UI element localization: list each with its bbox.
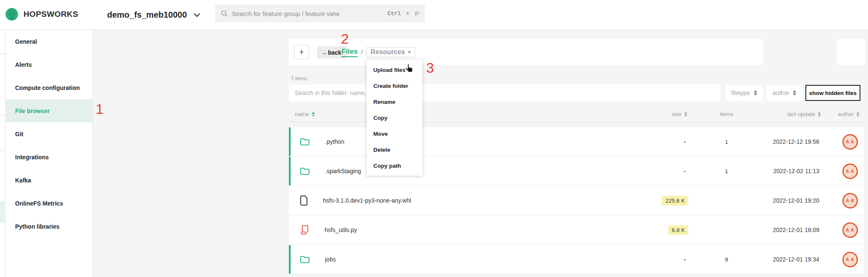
breadcrumb-files-link[interactable]: Files bbox=[341, 47, 358, 57]
annotation-2: 2 bbox=[341, 32, 349, 46]
filetype-filter-label: filetype bbox=[731, 90, 750, 96]
file-name: hsfs_utils.py bbox=[325, 227, 357, 233]
shortcut-hint: Ctrl + P bbox=[388, 9, 419, 18]
last-update: 2022-12-01 19:20 bbox=[755, 197, 822, 204]
file-name: .sparkStaging bbox=[325, 168, 361, 174]
file-browser-screen: HOPSWORKS demo_fs_meb10000 Search for fe… bbox=[0, 0, 868, 277]
author-filter-label: author bbox=[773, 90, 789, 96]
strip-divider bbox=[0, 53, 5, 54]
sidebar-item-integrations[interactable]: Integrations bbox=[6, 145, 92, 169]
file-size-highlighted: 6.8 K bbox=[668, 225, 688, 235]
menu-item-copy-path[interactable]: Copy path bbox=[367, 158, 422, 174]
sort-icon-last-update[interactable] bbox=[818, 112, 821, 117]
file-size: - bbox=[684, 138, 688, 145]
author-avatar[interactable]: A A bbox=[842, 134, 858, 150]
sort-icon-size[interactable] bbox=[684, 112, 687, 117]
sidebar-item-git[interactable]: Git bbox=[6, 122, 92, 145]
annotation-1: 1 bbox=[96, 102, 103, 116]
last-update: 2022-12-01 19:34 bbox=[755, 256, 822, 263]
menu-item-create-folder[interactable]: Create folder bbox=[367, 78, 422, 94]
folder-icon bbox=[300, 137, 310, 146]
last-update: 2022-12-01 18:09 bbox=[755, 227, 822, 233]
strip-active-marker bbox=[0, 201, 5, 223]
breadcrumb: Files / Resources bbox=[341, 43, 415, 61]
sort-arrows-icon bbox=[793, 90, 796, 95]
file-size-highlighted: 225.6 K bbox=[662, 196, 688, 206]
toolbar-right-panel bbox=[837, 39, 865, 65]
file-browser-toolbar: + ←back Files / Resources bbox=[289, 39, 763, 65]
folder-icon bbox=[300, 255, 310, 264]
menu-item-delete[interactable]: Delete bbox=[367, 142, 422, 158]
sidebar-item-compute-configuration[interactable]: Compute configuration bbox=[6, 76, 92, 99]
top-header-bar: HOPSWORKS demo_fs_meb10000 Search for fe… bbox=[0, 0, 868, 30]
caret-down-icon bbox=[408, 51, 411, 53]
author-avatar[interactable]: A A bbox=[842, 252, 858, 267]
python-script-icon bbox=[300, 225, 309, 235]
sort-icon-name[interactable] bbox=[312, 112, 315, 117]
strip-divider bbox=[0, 150, 5, 151]
search-icon bbox=[221, 10, 228, 17]
column-header-last-update[interactable]: last update bbox=[755, 111, 822, 117]
breadcrumb-current-label: Resources bbox=[370, 48, 405, 56]
file-name: jobs bbox=[325, 256, 336, 263]
sidebar-item-general[interactable]: General bbox=[6, 30, 92, 53]
table-row-whl-file[interactable]: hsfs-3.1.0.dev1-py3-none-any.whl 225.6 K… bbox=[289, 186, 864, 215]
breadcrumb-separator: / bbox=[361, 48, 363, 56]
strip-divider bbox=[0, 115, 5, 115]
author-avatar[interactable]: A A bbox=[842, 193, 858, 208]
column-header-name[interactable]: name bbox=[289, 111, 638, 117]
add-button[interactable]: + bbox=[294, 45, 309, 59]
folder-search-input[interactable] bbox=[289, 84, 721, 101]
folder-icon bbox=[300, 167, 310, 176]
last-update: 2022-12-12 19:56 bbox=[755, 138, 822, 145]
settings-sidebar: General Alerts Compute configuration Fil… bbox=[6, 30, 93, 277]
table-row-py-file[interactable]: hsfs_utils.py 6.8 K 2022-12-01 18:09 A A bbox=[289, 216, 864, 244]
item-count: 1 bbox=[688, 139, 755, 145]
hopsworks-logo[interactable]: HOPSWORKS bbox=[4, 7, 78, 22]
brand-title: HOPSWORKS bbox=[24, 10, 78, 19]
file-size: - bbox=[684, 256, 688, 263]
global-search-input[interactable]: Search for feature group / feature view … bbox=[215, 5, 425, 22]
collapsed-nav-strip bbox=[0, 30, 5, 277]
file-name: hsfs-3.1.0.dev1-py3-none-any.whl bbox=[323, 197, 411, 204]
sidebar-item-alerts[interactable]: Alerts bbox=[6, 53, 92, 76]
column-header-author[interactable]: author bbox=[822, 111, 864, 117]
last-update: 2022-12-02 11:13 bbox=[755, 168, 822, 174]
item-count: 1 bbox=[688, 168, 755, 174]
sidebar-item-onlinefs-metrics[interactable]: OnlineFS Metrics bbox=[6, 192, 92, 215]
items-count-label: 7 items bbox=[291, 76, 307, 82]
breadcrumb-current-dropdown[interactable]: Resources bbox=[366, 47, 415, 57]
item-count: 9 bbox=[688, 256, 755, 263]
menu-item-copy[interactable]: Copy bbox=[367, 110, 422, 126]
sort-icon-author[interactable] bbox=[856, 112, 860, 117]
chevron-down-icon bbox=[194, 13, 200, 17]
sidebar-item-kafka[interactable]: Kafka bbox=[6, 169, 92, 192]
column-header-items: items bbox=[688, 111, 755, 117]
table-row-jobs[interactable]: jobs - 9 2022-12-01 19:34 A A bbox=[289, 245, 864, 274]
hopsworks-logo-icon bbox=[4, 7, 19, 22]
sort-arrows-icon bbox=[754, 90, 757, 95]
author-avatar[interactable]: A A bbox=[842, 164, 858, 179]
sidebar-item-file-browser[interactable]: File browser bbox=[6, 99, 92, 122]
project-selector[interactable]: demo_fs_meb10000 bbox=[107, 0, 200, 30]
file-icon bbox=[300, 195, 308, 206]
menu-item-move[interactable]: Move bbox=[367, 126, 422, 142]
project-name: demo_fs_meb10000 bbox=[107, 10, 187, 20]
global-search-placeholder: Search for feature group / feature view bbox=[232, 10, 339, 17]
author-avatar[interactable]: A A bbox=[842, 222, 858, 238]
annotation-3: 3 bbox=[426, 61, 434, 75]
show-hidden-files-button[interactable]: show hidden files bbox=[805, 85, 860, 101]
column-header-size[interactable]: size bbox=[638, 111, 688, 117]
menu-item-rename[interactable]: Rename bbox=[367, 94, 422, 110]
filetype-filter-select[interactable]: filetype bbox=[725, 85, 763, 101]
folder-context-menu: Upload files Create folder Rename Copy M… bbox=[367, 60, 422, 176]
sidebar-item-python-libraries[interactable]: Python libraries bbox=[6, 215, 92, 238]
mouse-pointer-cursor bbox=[404, 63, 414, 75]
file-size: - bbox=[684, 168, 688, 174]
file-name: .python bbox=[325, 138, 344, 145]
author-filter-select[interactable]: author bbox=[766, 85, 802, 101]
